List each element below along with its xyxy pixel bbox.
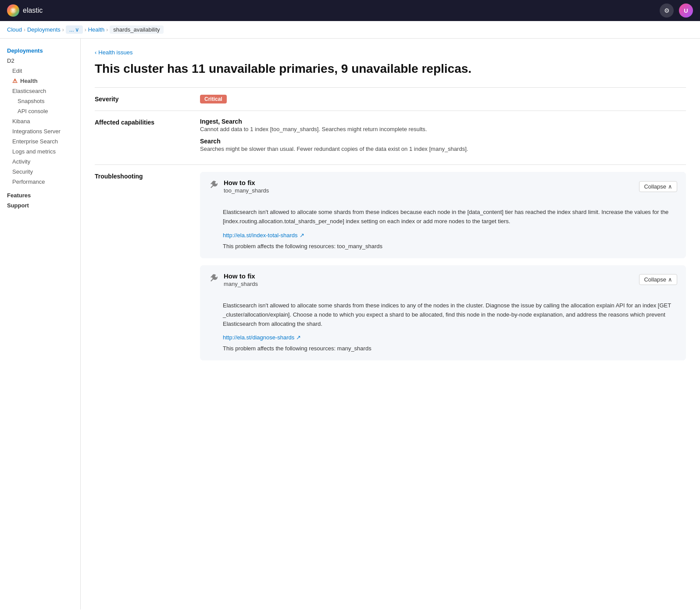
svg-point-2 (11, 11, 15, 13)
back-arrow-icon: ‹ (95, 49, 96, 56)
capability-0-name: Ingest, Search (200, 118, 686, 125)
sidebar-api-console[interactable]: API console (0, 106, 80, 116)
sidebar: Deployments D2 Edit ⚠ Health Elasticsear… (0, 39, 81, 609)
breadcrumb-shards-availability: shards_availability (110, 25, 163, 34)
chevron-down-icon: ∨ (75, 26, 79, 33)
fix-icon-1 (209, 273, 218, 285)
sidebar-activity[interactable]: Activity (0, 157, 80, 167)
elastic-logo-icon (7, 4, 19, 17)
card-0-affects: This problem affects the following resou… (223, 243, 677, 249)
sidebar-security[interactable]: Security (0, 167, 80, 177)
brand-logo[interactable]: elastic (7, 4, 43, 17)
card-0-subtitle: too_many_shards (224, 187, 269, 194)
sidebar-elasticsearch[interactable]: Elasticsearch (0, 86, 80, 96)
card-1-affects: This problem affects the following resou… (223, 345, 677, 352)
settings-icon-btn[interactable]: ⚙ (660, 4, 674, 18)
main-content: ‹ Health issues This cluster has 11 unav… (81, 39, 700, 609)
back-to-health-issues[interactable]: ‹ Health issues (95, 49, 686, 56)
brand-name: elastic (23, 7, 43, 14)
sidebar-features[interactable]: Features (0, 190, 80, 200)
sidebar-health[interactable]: ⚠ Health (0, 76, 80, 86)
fix-icon-0 (209, 180, 218, 192)
user-avatar[interactable]: U (679, 4, 693, 18)
card-0-body: Elasticsearch isn't allowed to allocate … (200, 201, 686, 258)
affected-capabilities-label: Affected capabilities (95, 118, 200, 126)
sidebar-d2[interactable]: D2 (0, 56, 80, 66)
breadcrumb-sep-4: › (106, 27, 108, 33)
sidebar-kibana[interactable]: Kibana (0, 116, 80, 126)
breadcrumb-bar: Cloud › Deployments › ... ∨ › Health › s… (0, 21, 700, 39)
sidebar-deployments-title[interactable]: Deployments (0, 46, 80, 56)
card-1-subtitle: many_shards (224, 281, 258, 287)
sidebar-logs-and-metrics[interactable]: Logs and metrics (0, 146, 80, 157)
collapse-btn-0[interactable]: Collapse ∧ (639, 181, 677, 192)
severity-value: Critical (200, 95, 686, 103)
card-1-title: How to fix (224, 272, 258, 280)
card-0-link[interactable]: http://ela.st/index-total-shards ↗ (223, 232, 304, 239)
breadcrumb-cloud[interactable]: Cloud (7, 26, 22, 33)
card-0-title: How to fix (224, 179, 269, 186)
troubleshoot-card-0: How to fix too_many_shards Collapse ∧ El… (200, 172, 686, 258)
capability-1-name: Search (200, 138, 686, 145)
navbar: elastic ⚙ U (0, 0, 700, 21)
page-layout: Deployments D2 Edit ⚠ Health Elasticsear… (0, 39, 700, 609)
troubleshoot-card-1: How to fix many_shards Collapse ∧ Elasti… (200, 265, 686, 360)
breadcrumb-ellipsis[interactable]: ... ∨ (66, 25, 83, 34)
external-link-icon-0: ↗ (300, 232, 304, 239)
card-1-body-text: Elasticsearch isn't allowed to allocate … (223, 301, 677, 328)
sidebar-support[interactable]: Support (0, 200, 80, 210)
sidebar-snapshots[interactable]: Snapshots (0, 96, 80, 106)
page-title: This cluster has 11 unavailable primarie… (95, 61, 686, 77)
sidebar-integrations-server[interactable]: Integrations Server (0, 126, 80, 136)
card-0-body-text: Elasticsearch isn't allowed to allocate … (223, 208, 677, 226)
settings-icon: ⚙ (664, 7, 670, 14)
troubleshooting-label: Troubleshooting (95, 172, 200, 180)
sidebar-edit[interactable]: Edit (0, 66, 80, 76)
affected-capabilities-row: Affected capabilities Ingest, Search Can… (95, 110, 686, 164)
warning-icon: ⚠ (12, 78, 18, 84)
sidebar-performance[interactable]: Performance (0, 177, 80, 187)
troubleshoot-cards: How to fix too_many_shards Collapse ∧ El… (200, 172, 686, 360)
card-0-header: How to fix too_many_shards Collapse ∧ (200, 172, 686, 201)
card-1-link[interactable]: http://ela.st/diagnose-shards ↗ (223, 334, 301, 341)
chevron-up-icon-1: ∧ (668, 276, 672, 283)
card-0-header-left: How to fix too_many_shards (209, 179, 269, 194)
breadcrumb-health[interactable]: Health (88, 26, 105, 33)
capabilities-list: Ingest, Search Cannot add data to 1 inde… (200, 118, 686, 157)
breadcrumb-sep-3: › (85, 27, 86, 33)
collapse-btn-1[interactable]: Collapse ∧ (639, 274, 677, 285)
severity-row: Severity Critical (95, 87, 686, 110)
severity-label: Severity (95, 95, 200, 103)
capability-1-desc: Searches might be slower than usual. Few… (200, 146, 686, 152)
capability-0-desc: Cannot add data to 1 index [too_many_sha… (200, 126, 686, 132)
external-link-icon-1: ↗ (296, 334, 301, 341)
card-1-body: Elasticsearch isn't allowed to allocate … (200, 294, 686, 360)
breadcrumb-sep-1: › (24, 27, 25, 33)
troubleshooting-row: Troubleshooting (95, 164, 686, 367)
critical-badge: Critical (200, 95, 227, 103)
breadcrumb-sep-2: › (62, 27, 64, 33)
chevron-up-icon-0: ∧ (668, 183, 672, 190)
sidebar-enterprise-search[interactable]: Enterprise Search (0, 136, 80, 146)
breadcrumb-deployments[interactable]: Deployments (27, 26, 61, 33)
card-1-header-left: How to fix many_shards (209, 272, 258, 287)
card-1-header: How to fix many_shards Collapse ∧ (200, 265, 686, 294)
